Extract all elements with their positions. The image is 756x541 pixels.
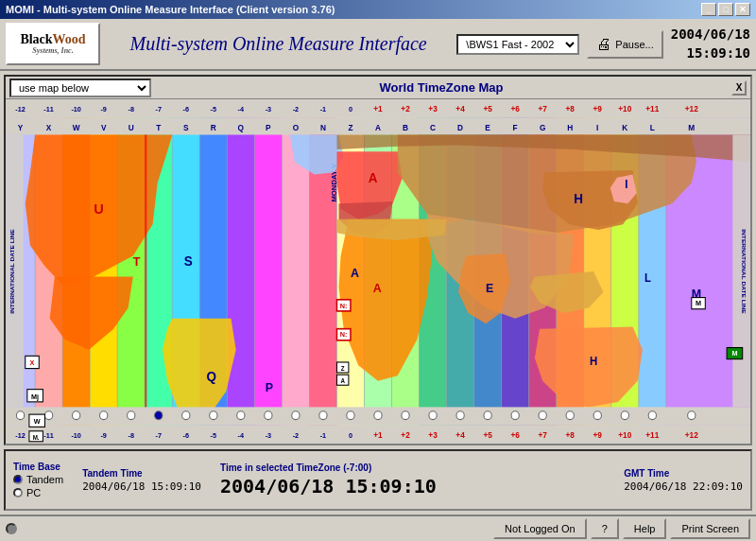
svg-point-164 [128,411,135,420]
svg-text:G: G [540,123,546,132]
svg-point-181 [593,411,601,420]
svg-rect-9 [227,99,254,444]
svg-text:+11: +11 [645,430,659,440]
svg-point-162 [73,411,80,420]
svg-text:+12: +12 [685,104,698,113]
system-dropdown[interactable]: \BWS1 Fast - 2002 [456,34,579,55]
svg-text:+10: +10 [618,430,631,440]
svg-text:-2: -2 [293,105,299,113]
svg-text:-11: -11 [43,431,53,440]
status-left [6,523,17,534]
svg-text:W: W [73,123,81,132]
svg-point-182 [621,411,628,420]
svg-text:-7: -7 [156,431,162,440]
svg-text:I: I [625,177,627,189]
world-map[interactable]: -12 -11 -10 -9 -8 -7 -6 -5 -4 -3 -2 -1 0… [6,99,750,444]
svg-text:H: H [590,355,597,367]
selected-tz-value: 2004/06/18 15:09:10 [220,475,605,497]
map-title: World TimeZone Map [380,80,504,95]
status-right: Not Logged On ? Help Print Screen [493,518,750,539]
content-area: use map below World TimeZone Map X [0,71,756,515]
svg-text:-12: -12 [15,431,25,440]
svg-text:R: R [211,123,216,132]
svg-text:S: S [183,123,189,132]
svg-text:+10: +10 [618,104,631,113]
svg-text:+1: +1 [373,104,383,113]
svg-text:A: A [369,170,378,185]
svg-text:S: S [184,253,193,269]
logo-wood: Wood [53,32,86,46]
svg-point-170 [292,411,300,420]
svg-text:+6: +6 [510,104,520,113]
print-screen-button[interactable]: Print Screen [670,518,750,539]
svg-point-174 [402,411,409,420]
svg-text:A: A [373,281,382,295]
svg-text:-10: -10 [71,105,80,113]
svg-point-161 [44,411,52,420]
svg-text:M: M [696,299,701,307]
svg-text:-3: -3 [266,105,271,113]
date-display: 2004/06/18 [671,26,750,44]
svg-text:-8: -8 [128,105,133,113]
svg-point-168 [237,411,245,420]
pc-radio[interactable] [13,488,23,497]
svg-text:-9: -9 [100,105,106,113]
svg-text:L: L [650,123,655,132]
time-base-section: Time Base Tandem PC [13,462,63,498]
close-button[interactable]: ✕ [735,3,750,16]
tandem-radio[interactable] [13,475,23,484]
time-base-radio-group: Tandem PC [13,474,63,498]
svg-text:E: E [485,123,490,132]
app-title: Multi-system Online Measure Interface [108,33,449,55]
tandem-time-label: Tandem Time [82,468,201,479]
svg-text:V: V [101,123,107,132]
tandem-time-section: Tandem Time 2004/06/18 15:09:10 [82,468,201,493]
logo-area: BlackWood Systems, Inc. [6,23,100,65]
svg-text:T: T [133,254,141,269]
svg-text:H: H [567,123,573,132]
svg-text:-10: -10 [71,431,80,440]
svg-text:+5: +5 [483,430,492,440]
svg-text:D: D [457,123,463,132]
help-button[interactable]: Help [623,518,667,539]
svg-text:+8: +8 [565,430,575,440]
pause-button[interactable]: 🖨 Pause... [587,30,662,59]
logo-black: Black [20,32,52,46]
map-use-select[interactable]: use map below [9,79,151,97]
statusbar: Not Logged On ? Help Print Screen [0,515,756,541]
svg-text:N: N [320,123,326,132]
svg-text:INTERNATIONAL DATE LINE: INTERNATIONAL DATE LINE [741,229,747,314]
svg-text:N:: N: [340,301,348,309]
map-body[interactable]: -12 -11 -10 -9 -8 -7 -6 -5 -4 -3 -2 -1 0… [6,99,750,444]
svg-text:+1: +1 [373,430,383,440]
question-button[interactable]: ? [591,518,619,539]
not-logged-on-button[interactable]: Not Logged On [493,518,587,539]
svg-text:-9: -9 [100,431,106,440]
svg-point-160 [16,411,24,420]
minimize-button[interactable]: _ [701,3,716,16]
svg-text:E: E [486,281,494,295]
svg-text:Q: Q [238,123,245,132]
tandem-radio-label: Tandem [26,474,63,485]
tandem-radio-row[interactable]: Tandem [13,474,63,485]
svg-text:L: L [644,271,651,284]
time-base-label: Time Base [13,462,63,472]
svg-point-176 [456,411,464,420]
maximize-button[interactable]: □ [718,3,733,16]
svg-point-177 [484,411,491,420]
pc-radio-row[interactable]: PC [13,487,63,498]
svg-text:+12: +12 [685,430,698,440]
titlebar: MOMI - Multi-system Online Measure Inter… [0,0,756,19]
svg-text:X: X [30,358,35,367]
svg-text:-6: -6 [183,431,189,440]
map-panel: use map below World TimeZone Map X [4,75,752,445]
logo-subtitle: Systems, Inc. [20,47,85,56]
svg-text:-1: -1 [320,105,326,113]
svg-text:INTERNATIONAL DATE LINE: INTERNATIONAL DATE LINE [9,229,16,314]
svg-text:B: B [403,123,408,132]
svg-text:T: T [156,123,162,132]
map-close-button[interactable]: X [731,80,747,96]
tandem-time-value: 2004/06/18 15:09:10 [82,480,201,493]
svg-text:P: P [266,123,271,132]
svg-text:A: A [375,123,381,132]
